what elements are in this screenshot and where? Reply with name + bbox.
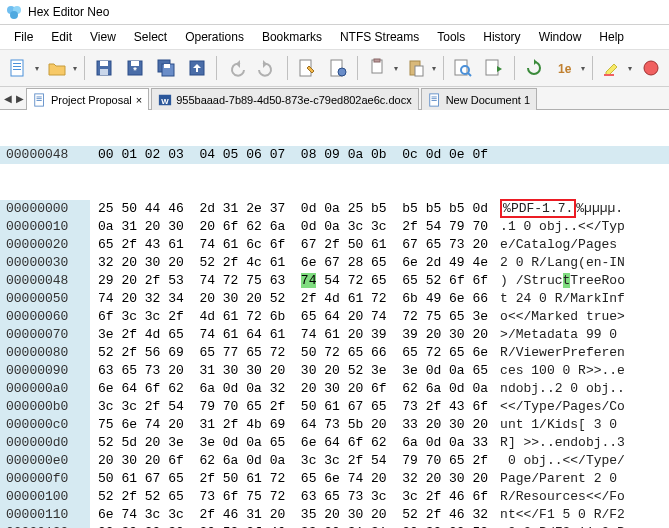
ascii-cell[interactable]: 9 0 R/F3 11 0 R [496,524,629,528]
undo-button[interactable] [222,53,251,83]
menu-help[interactable]: Help [591,27,632,47]
app-logo-icon [6,4,22,20]
svg-rect-33 [37,98,42,99]
offset-cell: 00000000 [0,200,90,218]
ascii-cell[interactable]: <</Type/Pages/Co [496,398,629,416]
hex-bytes-cell[interactable]: 20 30 20 6f 62 6a 0d 0a 3c 3c 2f 54 79 7… [90,452,496,470]
export-button[interactable] [182,53,211,83]
highlighted-text: %PDF-1.7. [500,199,576,218]
edit-button[interactable] [293,53,322,83]
ascii-cell[interactable]: 2 0 R/Lang(en-IN [496,254,629,272]
svg-rect-40 [431,100,436,101]
menu-window[interactable]: Window [531,27,590,47]
ascii-cell[interactable]: t 24 0 R/MarkInf [496,290,629,308]
ascii-cell[interactable]: .1 0 obj..<</Typ [496,218,629,236]
ascii-cell[interactable]: >/Metadata 99 0 [496,326,629,344]
ascii-cell[interactable]: ) /StructTreeRoo [496,272,629,290]
menu-edit[interactable]: Edit [43,27,80,47]
hex-bytes-cell[interactable]: 3c 3c 2f 54 79 70 65 2f 50 61 67 65 73 2… [90,398,496,416]
menu-view[interactable]: View [82,27,124,47]
dropdown-icon[interactable]: ▾ [392,64,400,73]
ascii-cell[interactable]: e/Catalog/Pages [496,236,629,254]
hex-bytes-cell[interactable]: 0a 31 20 30 20 6f 62 6a 0d 0a 3c 3c 2f 5… [90,218,496,236]
encoding-button[interactable]: 1e [550,53,579,83]
hex-bytes-cell[interactable]: 6e 64 6f 62 6a 0d 0a 32 20 30 20 6f 62 6… [90,380,496,398]
refresh-button[interactable] [520,53,549,83]
hex-bytes-cell[interactable]: 52 2f 56 69 65 77 65 72 50 72 65 66 65 7… [90,344,496,362]
ascii-cell[interactable]: R/ViewerPreferen [496,344,629,362]
ascii-cell[interactable]: R/Resources<</Fo [496,488,629,506]
ascii-cell[interactable]: ces 100 0 R>>..e [496,362,629,380]
find-button[interactable] [449,53,478,83]
document-tab[interactable]: W955baaad-7b89-4d50-873e-c79ed802ae6c.do… [151,88,418,110]
hex-bytes-cell[interactable]: 3e 2f 4d 65 74 61 64 61 74 61 20 39 39 2… [90,326,496,344]
ascii-cell[interactable]: 0 obj..<</Type/ [496,452,629,470]
toolbar-separator [592,56,593,80]
ascii-cell[interactable]: nt<</F1 5 0 R/F2 [496,506,629,524]
window-title: Hex Editor Neo [28,5,109,19]
hex-bytes-cell[interactable]: 75 6e 74 20 31 2f 4b 69 64 73 5b 20 33 2… [90,416,496,434]
properties-button[interactable] [323,53,352,83]
copy-button[interactable] [363,53,392,83]
hex-bytes-cell[interactable]: 63 65 73 20 31 30 30 20 30 20 52 3e 3e 0… [90,362,496,380]
offset-cell: 00000048 [0,272,90,290]
ascii-cell[interactable]: ndobj..2 0 obj.. [496,380,629,398]
cursor-byte: 74 [301,273,317,288]
menu-operations[interactable]: Operations [177,27,252,47]
document-tab[interactable]: New Document 1 [421,88,537,110]
hex-editor-view[interactable]: 00000048 00 01 02 03 04 05 06 07 08 09 0… [0,110,669,528]
dropdown-icon[interactable]: ▾ [627,64,635,73]
svg-rect-34 [37,100,42,101]
hex-bytes-cell[interactable]: 6e 74 3c 3c 2f 46 31 20 35 20 30 20 52 2… [90,506,496,524]
tab-bar: ◀ ▶ Project Proposal×W955baaad-7b89-4d50… [0,87,669,110]
menu-file[interactable]: File [6,27,41,47]
bookmark-button[interactable] [636,53,665,83]
svg-rect-27 [486,60,498,75]
ascii-cell[interactable]: o<</Marked true> [496,308,629,326]
tab-label: 955baaad-7b89-4d50-873e-c79ed802ae6c.doc… [176,94,411,106]
tab-prev-button[interactable]: ◀ [2,93,14,104]
save-all-button[interactable]: * [121,53,150,83]
hex-bytes-cell[interactable]: 29 20 2f 53 74 72 75 63 74 54 72 65 65 5… [90,272,496,290]
dropdown-icon[interactable]: ▾ [430,64,438,73]
tab-next-button[interactable]: ▶ [14,93,26,104]
toolbar-separator [357,56,358,80]
toolbar-separator [84,56,85,80]
tab-label: New Document 1 [446,94,530,106]
ascii-cell[interactable]: unt 1/Kids[ 3 0 [496,416,629,434]
offset-cell: 00000070 [0,326,90,344]
save-button[interactable] [90,53,119,83]
save-as-button[interactable] [151,53,180,83]
ascii-cell[interactable]: Page/Parent 2 0 [496,470,629,488]
menu-tools[interactable]: Tools [429,27,473,47]
hex-bytes-cell[interactable]: 6f 3c 3c 2f 4d 61 72 6b 65 64 20 74 72 7… [90,308,496,326]
svg-rect-21 [374,59,380,62]
hex-bytes-cell[interactable]: 65 2f 43 61 74 61 6c 6f 67 2f 50 61 67 6… [90,236,496,254]
dropdown-icon[interactable]: ▾ [579,64,587,73]
menu-bookmarks[interactable]: Bookmarks [254,27,330,47]
hex-bytes-cell[interactable]: 52 2f 52 65 73 6f 75 72 63 65 73 3c 3c 2… [90,488,496,506]
menu-select[interactable]: Select [126,27,175,47]
offset-cell: 00000100 [0,488,90,506]
goto-button[interactable] [480,53,509,83]
highlight-button[interactable] [598,53,627,83]
offset-cell: 00000020 [0,236,90,254]
document-tab[interactable]: Project Proposal× [26,88,149,110]
ascii-cell[interactable]: %PDF-1.7.%µµµµ. [496,200,627,218]
hex-bytes-cell[interactable]: 25 50 44 46 2d 31 2e 37 0d 0a 25 b5 b5 b… [90,200,496,218]
hex-bytes-cell[interactable]: 74 20 32 34 20 30 20 52 2f 4d 61 72 6b 4… [90,290,496,308]
dropdown-icon[interactable]: ▾ [71,64,79,73]
hex-bytes-cell[interactable]: 50 61 67 65 2f 50 61 72 65 6e 74 20 32 2… [90,470,496,488]
hex-bytes-cell[interactable]: 20 39 20 30 20 52 2f 46 33 20 31 31 20 3… [90,524,496,528]
menu-history[interactable]: History [475,27,528,47]
paste-button[interactable] [402,53,431,83]
new-file-button[interactable] [4,53,33,83]
redo-button[interactable] [253,53,282,83]
tab-close-button[interactable]: × [136,94,142,106]
open-file-button[interactable] [42,53,71,83]
ascii-cell[interactable]: R] >>..endobj..3 [496,434,629,452]
menu-ntfs-streams[interactable]: NTFS Streams [332,27,427,47]
dropdown-icon[interactable]: ▾ [33,64,41,73]
hex-bytes-cell[interactable]: 32 20 30 20 52 2f 4c 61 6e 67 28 65 6e 2… [90,254,496,272]
hex-bytes-cell[interactable]: 52 5d 20 3e 3e 0d 0a 65 6e 64 6f 62 6a 0… [90,434,496,452]
